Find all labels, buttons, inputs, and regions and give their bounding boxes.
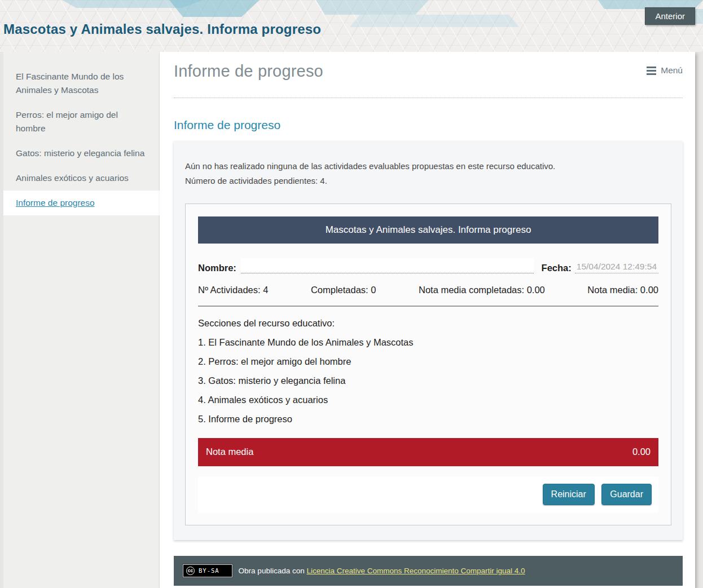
menu-button[interactable]: Menú [647, 65, 683, 76]
stats-row: Nº Actividades: 4 Completadas: 0 Nota me… [198, 285, 658, 295]
fecha-label: Fecha: [542, 263, 572, 273]
menu-label: Menú [661, 65, 683, 76]
notice-line-1: Aún no has realizado ninguna de las acti… [185, 159, 671, 174]
sidebar-item-perros[interactable]: Perros: el mejor amigo del hombre [3, 103, 160, 141]
report-card: Mascotas y Animales salvajes. Informa pr… [185, 204, 671, 525]
secciones-list: 1. El Fascinante Mundo de los Animales y… [198, 337, 658, 425]
sidebar-item-gatos[interactable]: Gatos: misterio y elegancia felina [3, 141, 160, 166]
reiniciar-button[interactable]: Reiniciar [543, 484, 595, 505]
page-title: Informe de progreso [174, 62, 323, 81]
seccion-item: 4. Animales exóticos y acuarios [198, 395, 658, 405]
notice-line-2: Número de actividades pendientes: 4. [185, 174, 671, 188]
anterior-button[interactable]: Anterior [645, 7, 695, 25]
nota-media-value: 0.00 [632, 446, 651, 457]
hamburger-icon [647, 67, 656, 75]
stat-completadas: Completadas: 0 [311, 285, 376, 295]
stat-nota-media: Nota media: 0.00 [587, 285, 658, 295]
main-header: Informe de progreso Menú [174, 62, 683, 98]
actions-strip: Reiniciar Guardar [198, 476, 658, 512]
sidebar-nav: El Fascinante Mundo de los Animales y Ma… [3, 52, 160, 588]
progress-panel: Aún no has realizado ninguna de las acti… [174, 141, 683, 540]
seccion-item: 1. El Fascinante Mundo de los Animales y… [198, 337, 658, 348]
secciones-heading: Secciones del recurso educativo: [198, 318, 658, 329]
sidebar-list: El Fascinante Mundo de los Animales y Ma… [3, 64, 160, 215]
footer-prefix: Obra publicada con [239, 567, 305, 575]
nota-media-bar: Nota media 0.00 [198, 438, 658, 466]
nombre-label: Nombre: [198, 263, 236, 273]
cc-circle-icon: cc [186, 567, 195, 575]
page-layout: El Fascinante Mundo de los Animales y Ma… [3, 52, 703, 588]
sidebar-link[interactable]: El Fascinante Mundo de los Animales y Ma… [16, 72, 124, 95]
site-title: Mascotas y Animales salvajes. Informa pr… [3, 21, 321, 37]
seccion-item: 5. Informe de progreso [198, 414, 658, 425]
cc-badge-label: BY-SA [199, 567, 219, 574]
nota-media-label: Nota media [206, 446, 253, 457]
banner-decoration [350, 15, 519, 27]
sidebar-link[interactable]: Animales exóticos y acuarios [16, 173, 129, 183]
top-banner: Mascotas y Animales salvajes. Informa pr… [0, 0, 703, 52]
seccion-item: 3. Gatos: misterio y elegancia felina [198, 375, 658, 386]
stat-nota-media-completadas: Nota media completadas: 0.00 [419, 285, 545, 295]
section-heading: Informe de progreso [174, 118, 683, 132]
license-link[interactable]: Licencia Creative Commons Reconocimiento… [306, 567, 525, 575]
fecha-value: 15/04/2024 12:49:54 [575, 262, 658, 273]
banner-decoration [169, 0, 260, 17]
footer-text: Obra publicada con Licencia Creative Com… [239, 567, 525, 575]
sidebar-item-informe-progreso[interactable]: Informe de progreso [3, 191, 160, 215]
seccion-item: 2. Perros: el mejor amigo del hombre [198, 356, 658, 367]
divider [198, 306, 658, 307]
cc-by-sa-badge-icon: cc BY-SA [183, 564, 232, 577]
sidebar-link[interactable]: Gatos: misterio y elegancia felina [16, 148, 144, 158]
stat-actividades: Nº Actividades: 4 [198, 285, 268, 295]
sidebar-item-animales-exoticos[interactable]: Animales exóticos y acuarios [3, 166, 160, 191]
sidebar-item-fascinante-mundo[interactable]: El Fascinante Mundo de los Animales y Ma… [3, 64, 160, 103]
sidebar-link[interactable]: Perros: el mejor amigo del hombre [16, 110, 118, 133]
banner-decoration [316, 0, 429, 15]
nombre-input[interactable] [241, 258, 534, 273]
name-date-row: Nombre: Fecha: 15/04/2024 12:49:54 [198, 258, 658, 273]
main-content: Informe de progreso Menú Informe de prog… [160, 52, 695, 588]
report-card-header: Mascotas y Animales salvajes. Informa pr… [198, 216, 658, 244]
guardar-button[interactable]: Guardar [601, 484, 652, 505]
sidebar-link-active[interactable]: Informe de progreso [16, 198, 95, 207]
license-footer: cc BY-SA Obra publicada con Licencia Cre… [174, 556, 683, 586]
